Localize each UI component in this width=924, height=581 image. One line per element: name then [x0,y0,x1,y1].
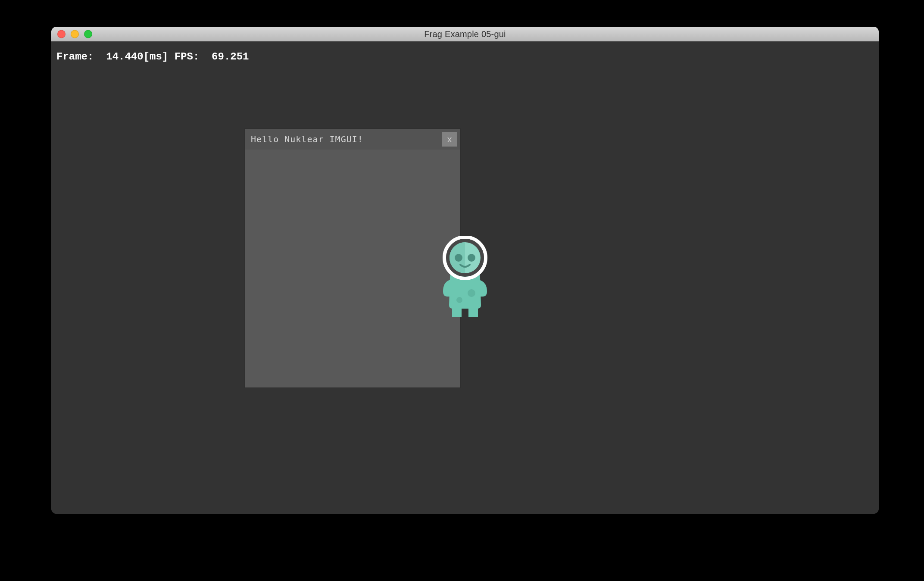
traffic-lights [57,30,92,38]
svg-point-2 [456,297,462,303]
frame-stats: Frame: 14.440[ms] FPS: 69.251 [56,51,249,62]
nuklear-panel-close-button[interactable]: x [442,132,457,147]
titlebar[interactable]: Frag Example 05-gui [51,27,879,42]
window-zoom-button[interactable] [84,30,92,38]
frame-value: 14.440 [106,51,143,62]
fps-value: 69.251 [212,51,249,62]
canvas-area: Frame: 14.440[ms] FPS: 69.251 Hello Nukl… [51,41,879,514]
svg-point-3 [468,289,475,297]
nuklear-panel-title: Hello Nuklear IMGUI! [251,134,363,144]
svg-point-7 [455,254,462,262]
svg-point-8 [468,254,475,262]
fps-label: FPS: [175,51,200,62]
frame-label: Frame: [56,51,94,62]
close-icon: x [447,134,452,144]
nuklear-panel-header[interactable]: Hello Nuklear IMGUI! x [245,129,460,150]
nuklear-panel[interactable]: Hello Nuklear IMGUI! x [245,129,460,387]
window-minimize-button[interactable] [71,30,79,38]
window-close-button[interactable] [57,30,66,38]
frame-unit: [ms] [144,51,169,62]
window-title: Frag Example 05-gui [424,29,506,39]
astronaut-sprite [437,236,493,318]
astronaut-icon [437,236,493,318]
app-window: Frag Example 05-gui Frame: 14.440[ms] FP… [51,27,879,514]
nuklear-panel-body [245,150,460,387]
